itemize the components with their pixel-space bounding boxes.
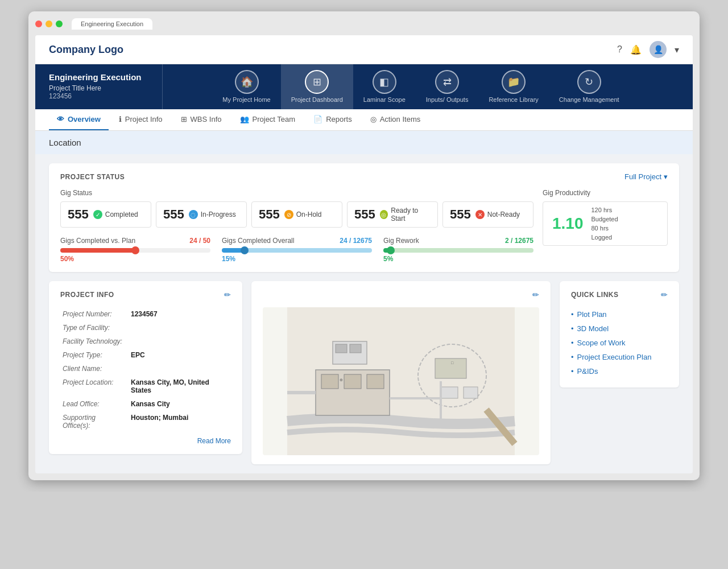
nav-project-info: Engineering Execution Project Title Here… [49,64,163,109]
list-item[interactable]: Scope of Work [571,336,668,350]
list-item[interactable]: 3D Model [571,321,668,336]
logged-label: Logged [592,234,618,241]
bottom-row: PROJECT INFO ✏ Project Number: 1234567 T… [49,281,679,464]
team-icon: 👥 [240,115,249,123]
maximize-dot[interactable] [56,20,63,27]
co-circle [241,246,249,254]
quick-links-list: Plot Plan 3D Model Scope of Work Project… [571,307,668,378]
map-edit-icon[interactable]: ✏ [532,290,539,299]
progress-section: Gigs Completed vs. Plan 24 / 50 50% [60,237,533,263]
cvp-bar [60,248,210,253]
field-label-facility-tech: Facility Technology: [60,335,129,348]
gr-label: Gig Rework [383,237,419,245]
project-info-header: PROJECT INFO ✏ [60,290,231,299]
co-pct: 15% [222,255,372,263]
inprogress-dot: ◌ [189,210,198,219]
tab-action-items[interactable]: ◎ Action Items [362,109,429,130]
nav-project-name: Engineering Execution [49,72,151,82]
completed-count: 555 [68,207,89,222]
minimize-dot[interactable] [46,20,52,27]
tab-project-info[interactable]: ℹ Project Info [111,109,171,130]
field-value-lead-office: Kansas City [129,397,231,411]
quick-links-title: QUICK LINKS [571,291,619,299]
budgeted-label: Budgeted [592,216,618,222]
location-label: Location [49,138,81,147]
cvp-circle [131,246,139,254]
chevron-down-icon[interactable]: ▾ [675,44,679,55]
nav-item-inputs-outputs[interactable]: ⇄ Inputs/ Outputs [416,64,479,109]
tab-wbs-info-label: WBS Info [191,115,222,123]
inprogress-label: In-Progress [201,211,236,218]
svg-rect-7 [367,374,384,389]
ready-dot: ◎ [380,210,388,219]
project-info-title: PROJECT INFO [60,291,114,299]
avatar[interactable]: 👤 [650,41,667,58]
quick-link-scope-of-work[interactable]: Scope of Work [577,339,626,347]
svg-rect-6 [344,374,361,389]
budgeted-hrs: 120 hrs [592,207,618,213]
table-row: Client Name: [60,362,231,376]
nav-item-reference-library[interactable]: 📁 Reference Library [478,64,548,109]
company-logo: Company Logo [49,44,123,56]
table-row: Type of Facility: [60,321,231,335]
svg-rect-11 [464,387,478,398]
field-value-type-facility [129,321,231,335]
quick-link-3d-model[interactable]: 3D Model [577,324,609,333]
table-row: Project Type: EPC [60,348,231,362]
cvp-pct: 50% [60,255,210,263]
gig-status-notready: 555 ✕ Not-Ready [442,201,533,228]
table-row: Project Location: Kansas City, MO, Unite… [60,376,231,397]
tab-reports-label: Reports [326,115,352,123]
read-more-link[interactable]: Read More [60,437,231,445]
wbs-icon: ⊞ [181,115,187,123]
project-status-title: PROJECT STATUS [60,173,125,181]
tab-reports[interactable]: 📄 Reports [305,109,360,130]
co-value: 24 / 12675 [340,237,372,245]
field-label-project-location: Project Location: [60,376,129,397]
list-item[interactable]: Plot Plan [571,307,668,321]
ready-label: Ready to Start [391,207,431,222]
tab-project-team[interactable]: 👥 Project Team [232,109,304,130]
quick-link-plot-plan[interactable]: Plot Plan [577,310,607,319]
nav-label-change-management: Change Management [559,96,619,104]
nav-item-my-project-home[interactable]: 🏠 My Project Home [212,64,280,109]
bell-icon[interactable]: 🔔 [630,44,642,55]
nav-item-laminar-scope[interactable]: ◧ Laminar Scope [353,64,416,109]
field-label-lead-office: Lead Office: [60,397,129,411]
close-dot[interactable] [35,20,42,27]
quick-links-edit-icon[interactable]: ✏ [661,290,668,299]
nav-label-laminar-scope: Laminar Scope [363,96,406,104]
full-project-button[interactable]: Full Project ▾ [624,172,668,181]
reference-library-icon: 📁 [502,70,526,94]
field-label-type-facility: Type of Facility: [60,321,129,335]
tab-action-items-label: Action Items [380,115,421,123]
browser-tab: Engineering Execution [72,18,152,30]
tab-wbs-info[interactable]: ⊞ WBS Info [173,109,230,130]
header-icons: ? 🔔 👤 ▾ [617,41,679,58]
nav-label-project-dashboard: Project Dashboard [291,96,343,104]
laminar-scope-icon: ◧ [373,70,396,94]
project-info-edit-icon[interactable]: ✏ [224,290,231,299]
sub-nav: 👁 Overview ℹ Project Info ⊞ WBS Info 👥 P… [35,109,693,131]
nav-item-project-dashboard[interactable]: ⊞ Project Dashboard [281,64,353,109]
quick-link-pids[interactable]: P&IDs [577,367,598,376]
reports-icon: 📄 [313,115,322,123]
co-bar [222,248,372,253]
svg-rect-5 [321,374,338,389]
productivity-box: 1.10 120 hrs Budgeted 80 hrs Logged [543,201,668,246]
quick-link-project-execution-plan[interactable]: Project Execution Plan [577,353,652,361]
project-status-header: PROJECT STATUS Full Project ▾ [60,172,668,181]
help-icon[interactable]: ? [617,44,622,55]
nav-item-change-management[interactable]: ↻ Change Management [549,64,630,109]
nav-project-number: 123456 [49,92,151,100]
gig-status-label: Gig Status [60,189,533,197]
list-item[interactable]: Project Execution Plan [571,350,668,364]
gig-status-completed: 555 ✓ Completed [60,201,151,228]
ready-count: 555 [354,207,375,222]
list-item[interactable]: P&IDs [571,364,668,378]
field-label-project-type: Project Type: [60,348,129,362]
completed-dot: ✓ [93,210,102,219]
gig-status-onhold: 555 ⊘ On-Hold [251,201,342,228]
main-content: PROJECT STATUS Full Project ▾ Gig Status… [35,154,693,473]
tab-overview[interactable]: 👁 Overview [49,109,109,130]
